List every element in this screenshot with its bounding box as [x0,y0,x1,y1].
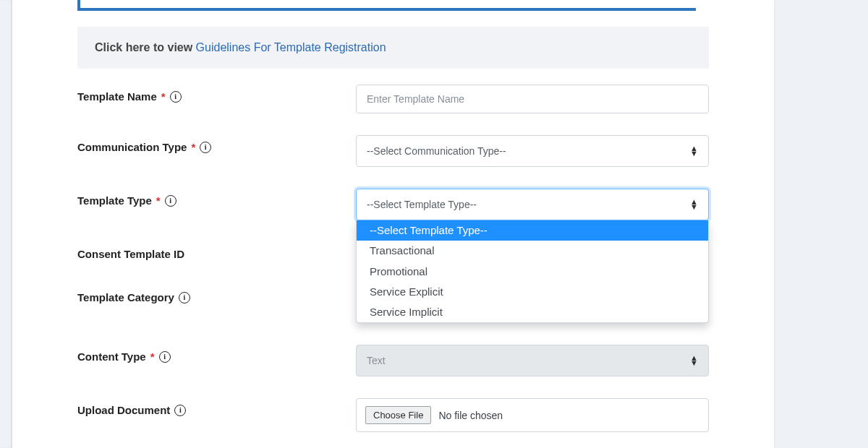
label-template-name: Template Name* i [77,85,356,103]
chevron-updown-icon: ▲▼ [690,146,698,156]
label-consent-template-id: Consent Template ID [77,242,356,260]
template-type-option-placeholder[interactable]: --Select Template Type-- [357,220,708,241]
guidelines-link[interactable]: Guidelines For Template Registration [196,41,386,53]
label-content-type: Content Type * i [77,345,356,363]
template-type-option-service-explicit[interactable]: Service Explicit [357,282,708,302]
template-type-option-transactional[interactable]: Transactional [357,241,708,261]
file-status-text: No file chosen [438,410,503,421]
chevron-updown-icon: ▲▼ [690,356,698,366]
choose-file-button[interactable]: Choose File [365,406,431,424]
template-type-option-promotional[interactable]: Promotional [357,262,708,282]
content-type-select: Text ▲▼ [356,345,709,376]
template-name-input[interactable] [356,85,709,113]
guidelines-banner[interactable]: Click here to view Guidelines For Templa… [77,27,709,69]
label-template-type: Template Type * i [77,189,356,207]
info-icon[interactable]: i [170,91,182,103]
template-type-option-service-implicit[interactable]: Service Implicit [357,302,708,322]
communication-type-select[interactable]: --Select Communication Type-- ▲▼ [356,135,709,167]
top-banner-fragment [77,0,696,11]
info-icon[interactable]: i [165,195,176,207]
info-icon[interactable]: i [179,292,190,303]
guidelines-prefix: Click here to view [95,41,196,53]
label-template-category: Template Category i [77,285,356,303]
chevron-updown-icon: ▲▼ [690,199,698,210]
template-type-dropdown: --Select Template Type-- Transactional P… [356,220,709,323]
template-type-select[interactable]: --Select Template Type-- ▲▼ [356,189,709,220]
upload-document-field: Choose File No file chosen [356,398,709,432]
label-upload-document: Upload Document i [77,398,356,416]
info-icon[interactable]: i [174,405,186,416]
info-icon[interactable]: i [200,142,211,153]
label-communication-type: Communication Type * i [77,135,356,153]
info-icon[interactable]: i [159,351,171,363]
